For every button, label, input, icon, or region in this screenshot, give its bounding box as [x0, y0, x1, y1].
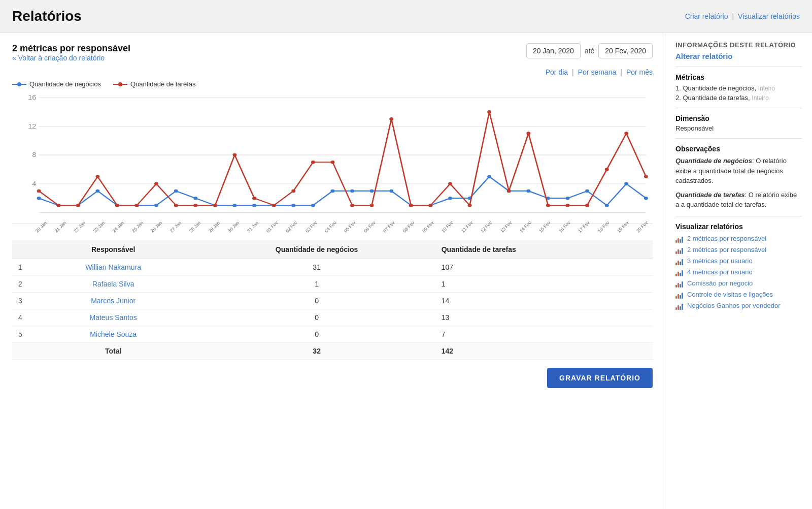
svg-text:8: 8 — [32, 152, 36, 158]
sidebar-metricas-list: 1. Quantidade de negócios, Inteiro2. Qua… — [675, 84, 802, 102]
vis-report-link[interactable]: 3 métricas por usuario — [687, 257, 753, 265]
bar-chart-icon — [675, 268, 683, 276]
table-row: 4 Mateus Santos 0 13 — [12, 309, 653, 326]
bar-chart-icon — [675, 257, 683, 265]
svg-point-74 — [605, 168, 609, 171]
sidebar-info-title: Informações deste relatório — [675, 41, 802, 49]
line-chart: 481216 — [12, 92, 653, 224]
por-dia-link[interactable]: Por dia — [546, 68, 568, 76]
row-negocios: 1 — [198, 276, 435, 293]
svg-point-75 — [624, 132, 628, 135]
svg-point-13 — [37, 197, 41, 200]
svg-point-29 — [350, 189, 354, 193]
svg-point-54 — [213, 204, 217, 207]
svg-point-26 — [291, 204, 295, 207]
legend-tarefas: Quantidade de tarefas — [113, 80, 196, 88]
por-mes-link[interactable]: Por mês — [626, 68, 653, 76]
vis-item: 3 métricas por usuario — [675, 257, 802, 265]
page-title: Relatórios — [12, 8, 82, 24]
row-tarefas: 107 — [435, 259, 653, 276]
svg-point-70 — [526, 132, 530, 135]
person-link[interactable]: Willian Nakamura — [85, 263, 141, 271]
svg-point-64 — [409, 204, 413, 207]
x-axis-labels: 20 Jan21 Jan22 Jan23 Jan24 Jan25 Jan26 J… — [32, 225, 653, 230]
person-link[interactable]: Michele Souza — [90, 330, 137, 338]
svg-text:16: 16 — [28, 94, 36, 101]
svg-text:4: 4 — [32, 180, 36, 187]
svg-point-51 — [154, 182, 158, 185]
obs-label: Observações — [675, 145, 802, 153]
svg-point-61 — [350, 204, 354, 207]
criar-relatorio-link[interactable]: Criar relatório — [685, 12, 728, 20]
bar-chart-icon — [675, 235, 683, 243]
obs2-bold: Quantidade de tarefas — [675, 191, 745, 199]
svg-point-76 — [644, 175, 648, 178]
vis-item: Comissão por negocio — [675, 279, 802, 288]
svg-point-68 — [487, 110, 491, 113]
vis-report-link[interactable]: 2 métricas por responsável — [687, 235, 766, 242]
svg-point-69 — [507, 189, 511, 193]
content-area: 2 métricas por responsável « Voltar à cr… — [0, 33, 665, 509]
legend-tarefas-label: Quantidade de tarefas — [130, 80, 196, 88]
svg-point-24 — [252, 204, 256, 207]
svg-point-46 — [56, 204, 60, 207]
vis-item: Negócios Ganhos por vendedor — [675, 302, 802, 310]
dimensao-value: Responsável — [675, 124, 802, 132]
vis-report-link[interactable]: Negócios Ganhos por vendedor — [687, 302, 781, 309]
svg-text:12: 12 — [28, 123, 36, 130]
row-name: Rafaela Silva — [28, 276, 198, 293]
row-name: Michele Souza — [28, 326, 198, 343]
alterar-relatorio-link[interactable]: Alterar relatório — [675, 52, 802, 60]
svg-point-20 — [174, 189, 178, 193]
row-negocios: 0 — [198, 309, 435, 326]
vis-report-link[interactable]: Comissão por negocio — [687, 279, 753, 287]
svg-point-42 — [605, 204, 609, 207]
col-num — [12, 240, 28, 259]
row-negocios: 31 — [198, 259, 435, 276]
visualizar-relatorios-link[interactable]: Visualizar relatórios — [738, 12, 800, 20]
col-responsavel: Responsável — [28, 240, 198, 259]
person-link[interactable]: Mateus Santos — [89, 313, 137, 322]
vis-label: Visualizar relatórios — [675, 222, 802, 231]
header-actions: Criar relatório | Visualizar relatórios — [685, 12, 800, 20]
person-link[interactable]: Marcos Junior — [91, 297, 136, 305]
sidebar-divider-4 — [675, 216, 802, 216]
bar-chart-icon — [675, 302, 683, 310]
legend-negocios-icon — [12, 81, 26, 88]
col-tarefas: Quantidade de tarefas — [435, 240, 653, 259]
por-semana-link[interactable]: Por semana — [578, 68, 616, 76]
svg-point-71 — [546, 204, 550, 207]
person-link[interactable]: Rafaela Silva — [92, 280, 134, 288]
vis-report-link[interactable]: 4 métricas por usuario — [687, 268, 753, 276]
vis-item: 2 métricas por responsável — [675, 246, 802, 254]
vis-report-link[interactable]: 2 métricas por responsável — [687, 246, 766, 253]
svg-point-66 — [448, 182, 452, 185]
sidebar-divider-2 — [675, 108, 802, 108]
table-section: Responsável Quantidade de negócios Quant… — [12, 240, 653, 360]
legend-tarefas-icon — [113, 81, 127, 88]
date-from[interactable]: 20 Jan, 2020 — [526, 43, 581, 58]
total-tarefas: 142 — [435, 343, 653, 360]
total-negocios: 32 — [198, 343, 435, 360]
bar-chart-icon — [675, 246, 683, 254]
legend-negocios-label: Quantidade de negócios — [29, 80, 101, 88]
svg-point-21 — [193, 197, 197, 200]
svg-point-65 — [428, 204, 432, 207]
dimensao-label: Dimensão — [675, 114, 802, 122]
svg-point-56 — [252, 197, 256, 200]
svg-point-48 — [95, 175, 99, 178]
svg-point-23 — [232, 204, 236, 207]
sidebar-divider-3 — [675, 138, 802, 139]
date-to[interactable]: 20 Fev, 2020 — [598, 43, 653, 58]
svg-point-44 — [644, 197, 648, 200]
vis-item: 4 métricas por usuario — [675, 268, 802, 276]
table-row: 5 Michele Souza 0 7 — [12, 326, 653, 343]
svg-point-57 — [272, 204, 276, 207]
row-tarefas: 7 — [435, 326, 653, 343]
back-link[interactable]: « Voltar à criação do relatório — [12, 54, 105, 62]
row-num: 4 — [12, 309, 28, 326]
vis-report-link[interactable]: Controle de visitas e ligações — [687, 291, 773, 298]
main-layout: 2 métricas por responsável « Voltar à cr… — [0, 33, 812, 509]
sidebar-vis-list: 2 métricas por responsável 2 métricas po… — [675, 235, 802, 310]
gravar-relatorio-button[interactable]: GRAVAR RELATÓRIO — [547, 368, 653, 388]
